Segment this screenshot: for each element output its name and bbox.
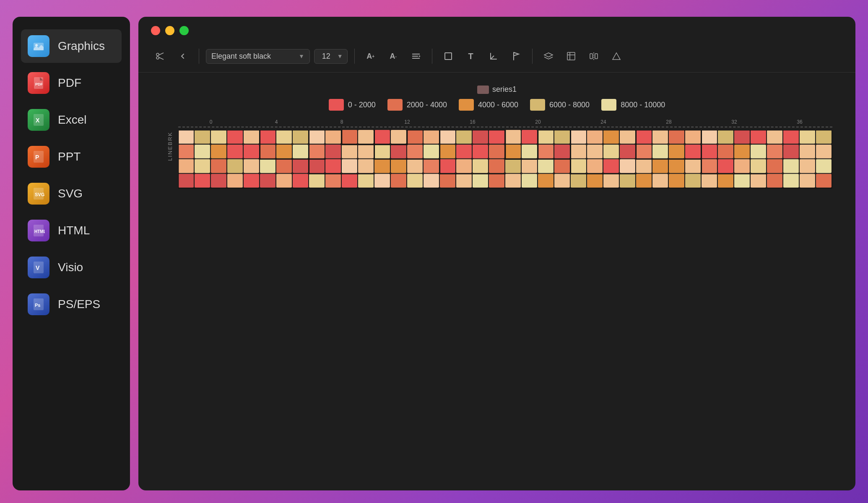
- svg-rect-23: [445, 53, 452, 60]
- y-axis-label: LINEBRK: [167, 132, 173, 161]
- sidebar-item-visio[interactable]: V Visio: [21, 251, 122, 284]
- svg-rect-103: [718, 145, 733, 158]
- svg-rect-91: [522, 145, 537, 158]
- legend-item-3: 6000 - 8000: [530, 99, 590, 111]
- scissors-tool-button[interactable]: [151, 47, 169, 65]
- font-size-selector[interactable]: 12 ▼: [314, 49, 348, 64]
- toolbar: Elegant soft black ▼ 12 ▼ A+ A-: [138, 43, 855, 73]
- svg-rect-132: [538, 159, 554, 173]
- svg-rect-186: [767, 174, 782, 188]
- svg-rect-127: [456, 159, 472, 173]
- svg-rect-27: [590, 54, 593, 59]
- svg-rect-181: [685, 174, 701, 188]
- heatmap-chart: [178, 130, 832, 189]
- layers-button[interactable]: [539, 47, 558, 65]
- canvas-area: series1 0 - 2000 2000 - 4000 4000 - 6000: [138, 73, 855, 490]
- font-selector[interactable]: Elegant soft black ▼: [206, 49, 310, 64]
- svg-rect-117: [293, 159, 308, 173]
- svg-rect-173: [554, 174, 570, 188]
- svg-rect-131: [522, 159, 537, 173]
- font-dropdown-arrow: ▼: [299, 53, 304, 60]
- svg-rect-83: [391, 145, 406, 158]
- app-container: Graphics PDF PDF X Excel: [0, 0, 868, 503]
- svg-rect-142: [702, 159, 717, 173]
- svg-rect-161: [358, 174, 374, 188]
- svg-rect-116: [276, 159, 292, 173]
- svg-rect-108: [800, 145, 815, 158]
- svg-rect-120: [342, 159, 357, 173]
- triangle-button[interactable]: [607, 47, 626, 65]
- svg-rect-42: [374, 130, 390, 144]
- svg-rect-74: [244, 145, 259, 158]
- svg-icon: SVG: [28, 183, 49, 205]
- sidebar-item-ppt[interactable]: P PPT: [21, 140, 122, 174]
- svg-rect-63: [718, 130, 733, 144]
- flag-tool-button[interactable]: [507, 47, 525, 65]
- align-distribute-button[interactable]: [585, 47, 603, 65]
- text-tool-button[interactable]: T: [462, 47, 480, 65]
- sidebar-item-pdf[interactable]: PDF PDF: [21, 66, 122, 100]
- svg-rect-133: [554, 159, 570, 173]
- svg-rect-107: [783, 145, 799, 158]
- minimize-button[interactable]: [165, 26, 174, 35]
- sidebar-item-pseps[interactable]: Ps PS/EPS: [21, 288, 122, 321]
- frame-button[interactable]: [562, 47, 580, 65]
- svg-rect-136: [603, 159, 619, 173]
- svg-point-1: [35, 44, 38, 47]
- svg-rect-69: [816, 130, 832, 144]
- svg-rect-138: [636, 159, 652, 173]
- sidebar-item-html[interactable]: HTML HTML: [21, 214, 122, 247]
- svg-rect-89: [489, 145, 504, 158]
- svg-rect-65: [751, 130, 766, 144]
- svg-rect-100: [669, 145, 684, 158]
- sidebar-item-svg[interactable]: SVG SVG: [21, 177, 122, 210]
- sidebar-label-pdf: PDF: [58, 76, 81, 90]
- svg-rect-38: [309, 130, 325, 144]
- maximize-button[interactable]: [179, 26, 189, 35]
- svg-rect-76: [276, 145, 292, 158]
- svg-rect-123: [391, 159, 406, 173]
- svg-rect-114: [244, 159, 259, 173]
- series-label: series1: [492, 85, 517, 94]
- sidebar-item-graphics[interactable]: Graphics: [21, 29, 122, 63]
- svg-rect-53: [554, 130, 570, 144]
- svg-rect-163: [391, 174, 406, 188]
- back-tool-button[interactable]: [174, 47, 192, 65]
- svg-rect-46: [440, 130, 455, 144]
- sidebar-item-excel[interactable]: X Excel: [21, 103, 122, 137]
- corner-tool-button[interactable]: [484, 47, 503, 65]
- svg-rect-61: [685, 130, 701, 144]
- svg-rect-141: [685, 159, 701, 173]
- font-shrink-button[interactable]: A-: [384, 47, 403, 65]
- legend-text-0: 0 - 2000: [348, 101, 376, 109]
- svg-rect-41: [358, 130, 374, 144]
- html-icon: HTML: [28, 220, 49, 241]
- svg-rect-171: [522, 174, 537, 188]
- rect-tool-button[interactable]: [439, 47, 457, 65]
- svg-text:V: V: [36, 264, 40, 271]
- svg-text:HTML: HTML: [34, 229, 45, 234]
- svg-rect-149: [816, 159, 832, 173]
- legend-item-2: 4000 - 6000: [459, 99, 518, 111]
- svg-rect-122: [374, 159, 390, 173]
- svg-rect-169: [489, 174, 504, 188]
- svg-rect-93: [554, 145, 570, 158]
- close-button[interactable]: [151, 26, 160, 35]
- svg-rect-140: [669, 159, 684, 173]
- legend-text-2: 4000 - 6000: [478, 101, 518, 109]
- color-legend: 0 - 2000 2000 - 4000 4000 - 6000 6000 - …: [329, 99, 665, 111]
- svg-rect-90: [505, 145, 521, 158]
- legend-swatch-1: [387, 99, 403, 111]
- svg-rect-182: [702, 174, 717, 188]
- font-name-display: Elegant soft black: [211, 52, 295, 61]
- svg-rect-109: [816, 145, 832, 158]
- svg-rect-128: [473, 159, 488, 173]
- svg-rect-185: [751, 174, 766, 188]
- svg-rect-30: [178, 130, 194, 144]
- font-grow-button[interactable]: A+: [361, 47, 380, 65]
- svg-rect-75: [260, 145, 275, 158]
- svg-rect-176: [603, 174, 619, 188]
- svg-rect-170: [505, 174, 521, 188]
- svg-rect-166: [440, 174, 455, 188]
- align-button[interactable]: [407, 47, 425, 65]
